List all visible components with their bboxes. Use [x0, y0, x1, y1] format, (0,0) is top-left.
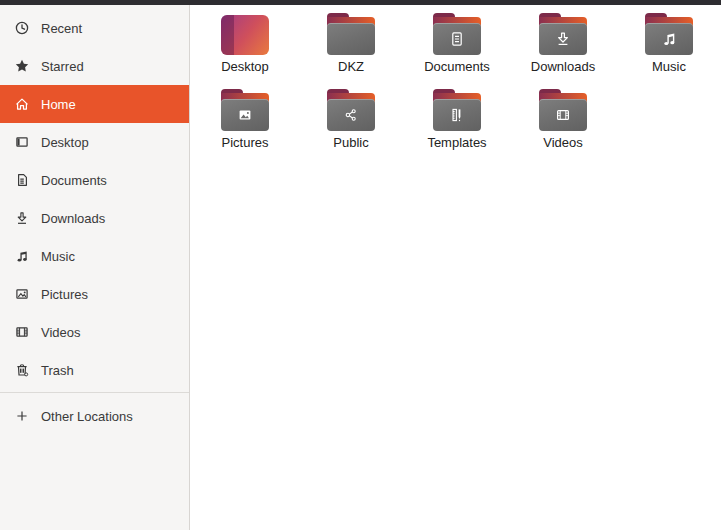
sidebar-footer: Other Locations	[0, 397, 189, 435]
file-desktop[interactable]: Desktop	[192, 11, 298, 87]
sidebar-item-recent[interactable]: Recent	[0, 9, 189, 47]
picture-emblem	[235, 105, 255, 125]
sidebar-item-label: Videos	[41, 325, 81, 340]
folder-icon	[433, 13, 481, 55]
sidebar-item-label: Home	[41, 97, 76, 112]
file-label: Public	[333, 135, 368, 151]
file-label: Documents	[424, 59, 490, 75]
sidebar-item-other-locations[interactable]: Other Locations	[0, 397, 189, 435]
templates-emblem	[447, 105, 467, 125]
star-icon	[14, 58, 30, 74]
file-label: Templates	[427, 135, 486, 151]
file-downloads[interactable]: Downloads	[510, 11, 616, 87]
download-emblem	[553, 29, 573, 49]
file-label: Downloads	[531, 59, 595, 75]
folder-icon	[221, 89, 269, 131]
videos-icon	[14, 324, 30, 340]
sidebar-item-label: Recent	[41, 21, 82, 36]
sidebar-item-label: Starred	[41, 59, 84, 74]
document-emblem	[447, 29, 467, 49]
file-dkz[interactable]: DKZ	[298, 11, 404, 87]
sidebar-item-label: Pictures	[41, 287, 88, 302]
documents-icon	[14, 172, 30, 188]
sidebar-item-label: Trash	[41, 363, 74, 378]
sidebar-item-label: Downloads	[41, 211, 105, 226]
sidebar-item-label: Documents	[41, 173, 107, 188]
file-pictures[interactable]: Pictures	[192, 87, 298, 163]
file-public[interactable]: Public	[298, 87, 404, 163]
file-label: Desktop	[221, 59, 269, 75]
file-pane: Desktop DKZ Documents Downloads	[190, 5, 721, 530]
sidebar-item-videos[interactable]: Videos	[0, 313, 189, 351]
sidebar-item-desktop[interactable]: Desktop	[0, 123, 189, 161]
clock-icon	[14, 20, 30, 36]
downloads-icon	[14, 210, 30, 226]
sidebar-item-trash[interactable]: Trash	[0, 351, 189, 389]
music-icon	[14, 248, 30, 264]
file-label: DKZ	[338, 59, 364, 75]
trash-icon	[14, 362, 30, 378]
sidebar: Recent Starred Home Desktop Documents Do…	[0, 5, 190, 530]
sidebar-item-home[interactable]: Home	[0, 85, 189, 123]
video-emblem	[553, 105, 573, 125]
sidebar-separator	[0, 392, 189, 393]
folder-icon	[645, 13, 693, 55]
file-grid: Desktop DKZ Documents Downloads	[192, 11, 721, 163]
file-manager-window: Recent Starred Home Desktop Documents Do…	[0, 5, 721, 530]
sidebar-item-label: Music	[41, 249, 75, 264]
file-music[interactable]: Music	[616, 11, 721, 87]
music-emblem	[659, 29, 679, 49]
sidebar-item-starred[interactable]: Starred	[0, 47, 189, 85]
file-templates[interactable]: Templates	[404, 87, 510, 163]
sidebar-item-downloads[interactable]: Downloads	[0, 199, 189, 237]
sidebar-item-label: Other Locations	[41, 409, 133, 424]
file-label: Videos	[543, 135, 583, 151]
file-label: Pictures	[222, 135, 269, 151]
desktop-icon	[14, 134, 30, 150]
plus-icon	[14, 408, 30, 424]
sidebar-item-documents[interactable]: Documents	[0, 161, 189, 199]
file-label: Music	[652, 59, 686, 75]
folder-icon	[539, 13, 587, 55]
folder-icon	[539, 89, 587, 131]
home-icon	[14, 96, 30, 112]
sidebar-places-list: Recent Starred Home Desktop Documents Do…	[0, 9, 189, 389]
desktop-gradient-tile	[221, 13, 269, 55]
folder-icon	[433, 89, 481, 131]
folder-icon	[327, 13, 375, 55]
file-videos[interactable]: Videos	[510, 87, 616, 163]
share-emblem	[341, 105, 361, 125]
sidebar-item-label: Desktop	[41, 135, 89, 150]
file-documents[interactable]: Documents	[404, 11, 510, 87]
folder-icon	[327, 89, 375, 131]
sidebar-item-music[interactable]: Music	[0, 237, 189, 275]
sidebar-item-pictures[interactable]: Pictures	[0, 275, 189, 313]
pictures-icon	[14, 286, 30, 302]
